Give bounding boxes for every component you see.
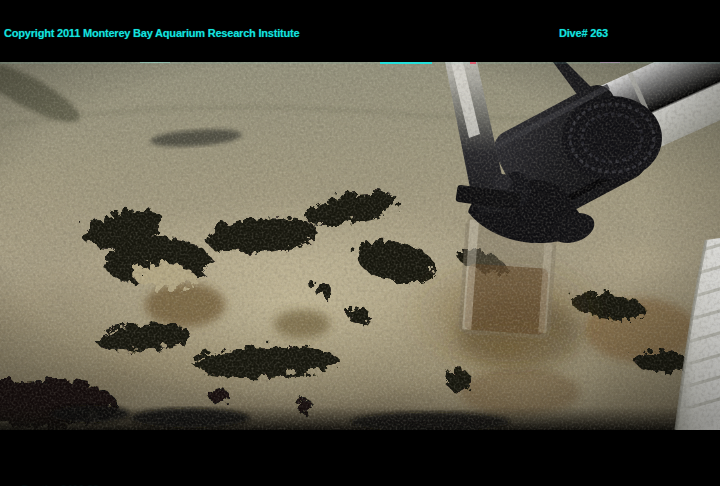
seafloor-photo — [0, 62, 720, 430]
bottom-overlay-bar: Depth= 2410.82 m Temp= 1.782 C Sal= 34.6… — [0, 430, 720, 486]
rov-video-frame: Copyright 2011 Monterey Bay Aquarium Res… — [0, 0, 720, 486]
copyright-line: Copyright 2011 Monterey Bay Aquarium Res… — [4, 26, 389, 40]
video-frame — [0, 62, 720, 430]
vignette — [0, 62, 720, 430]
video-scanline-artifact — [0, 62, 720, 64]
top-overlay-bar: Copyright 2011 Monterey Bay Aquarium Res… — [0, 0, 720, 62]
dive-number: Dive# 263 — [559, 26, 675, 40]
ctd-readouts: Depth= 2410.82 m Temp= 1.782 C Sal= 34.6… — [4, 469, 120, 483]
